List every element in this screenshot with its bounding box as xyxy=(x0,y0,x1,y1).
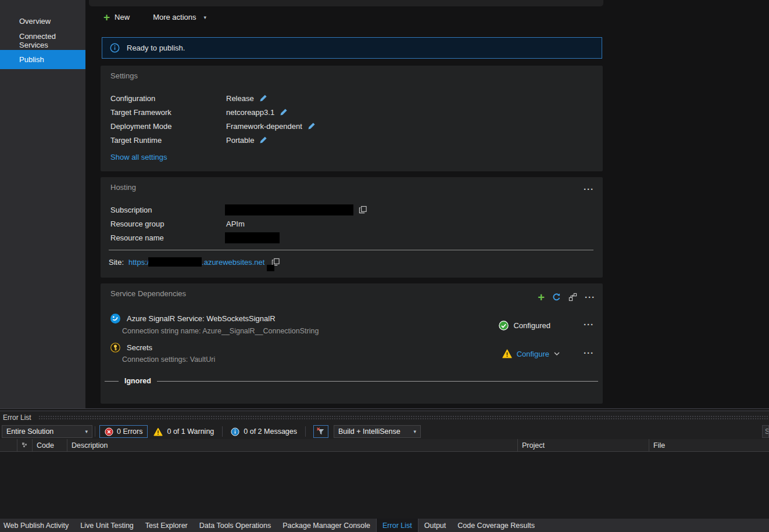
dependency-signalr-subtitle: Connection string name: Azure__SignalR__… xyxy=(122,327,319,335)
secrets-status: Configure xyxy=(502,349,560,358)
error-list-header-row: Code Description Project File xyxy=(0,439,769,452)
error-list-titlebar[interactable]: Error List xyxy=(0,411,769,424)
messages-count-label: 0 of 2 Messages xyxy=(244,427,297,436)
warning-triangle-icon xyxy=(502,349,512,358)
add-dependency-icon[interactable]: + xyxy=(538,293,545,301)
tool-window-tab-bar: Web Publish Activity Live Unit Testing T… xyxy=(0,519,769,532)
tab-data-tools-operations[interactable]: Data Tools Operations xyxy=(194,519,277,532)
refresh-icon[interactable] xyxy=(552,293,561,301)
sidebar-item-overview[interactable]: Overview xyxy=(0,12,85,31)
errors-count-label: 0 Errors xyxy=(117,427,142,436)
search-input[interactable]: S xyxy=(762,425,769,438)
setting-row-target-runtime: Target Runtime Portable xyxy=(110,134,587,146)
setting-row-deployment-mode: Deployment Mode Framework-dependent xyxy=(110,120,587,132)
resource-group-label: Resource group xyxy=(110,220,226,228)
hosting-panel: Hosting ··· Subscription Resource group … xyxy=(101,177,603,278)
show-all-settings-link[interactable]: Show all settings xyxy=(110,153,167,161)
banner-message: Ready to publish. xyxy=(127,44,185,52)
resource-name-label: Resource name xyxy=(110,233,226,242)
scope-dropdown-value: Entire Solution xyxy=(6,427,53,436)
edit-pencil-icon[interactable] xyxy=(307,122,316,130)
selection-column-header[interactable] xyxy=(0,439,17,451)
tab-test-explorer[interactable]: Test Explorer xyxy=(140,519,194,532)
tab-code-coverage-results[interactable]: Code Coverage Results xyxy=(452,519,541,532)
target-framework-value: netcoreapp3.1 xyxy=(226,108,274,117)
filter-funnel-icon xyxy=(316,427,326,436)
service-dependencies-panel: Service Dependencies + ··· Azu xyxy=(101,283,603,404)
code-column-header[interactable]: Code xyxy=(33,439,67,451)
caret-down-icon: ▾ xyxy=(204,15,207,20)
error-list-body xyxy=(0,452,769,519)
dependency-secrets-subtitle: Connection settings: VaultUri xyxy=(122,355,215,364)
copy-icon[interactable] xyxy=(359,206,367,214)
secrets-more-options-icon[interactable]: ··· xyxy=(584,350,594,356)
settings-title: Settings xyxy=(110,71,138,80)
tab-live-unit-testing[interactable]: Live Unit Testing xyxy=(74,519,140,532)
publish-toolbar: + New More actions ▾ xyxy=(103,13,206,21)
severity-icon xyxy=(22,443,27,448)
dependencies-more-options-icon[interactable]: ··· xyxy=(585,294,595,300)
warnings-filter-button[interactable]: 0 of 1 Warning xyxy=(148,427,220,436)
subscription-label: Subscription xyxy=(110,206,226,214)
new-profile-button[interactable]: + New xyxy=(103,13,130,21)
chevron-down-icon[interactable] xyxy=(554,352,560,356)
hosting-title: Hosting xyxy=(110,183,136,192)
dependency-secrets-row[interactable]: Secrets xyxy=(110,343,152,353)
site-url-link[interactable]: https://.azurewebsites.net xyxy=(128,257,264,267)
redaction-square xyxy=(267,265,274,271)
edit-pencil-icon[interactable] xyxy=(259,136,267,144)
sidebar-item-connected-services[interactable]: Connected Services xyxy=(0,31,85,50)
settings-panel: Settings Configuration Release Target Fr… xyxy=(101,66,603,171)
site-url-redacted xyxy=(148,257,202,267)
signalr-status: Configured xyxy=(499,321,550,330)
site-label: Site: xyxy=(109,258,124,267)
sidebar-item-publish[interactable]: Publish xyxy=(0,50,85,69)
tab-output[interactable]: Output xyxy=(419,519,452,532)
setting-row-configuration: Configuration Release xyxy=(110,92,587,105)
ignored-section-divider: Ignored xyxy=(105,377,598,385)
plus-icon: + xyxy=(103,13,110,21)
target-framework-label: Target Framework xyxy=(110,108,226,117)
messages-filter-button[interactable]: 0 of 2 Messages xyxy=(225,427,303,436)
service-dependencies-title: Service Dependencies xyxy=(110,289,186,298)
tab-package-manager-console[interactable]: Package Manager Console xyxy=(277,519,376,532)
caret-down-icon: ▾ xyxy=(85,429,88,434)
info-icon xyxy=(110,43,120,53)
severity-column-header[interactable] xyxy=(17,439,33,451)
configured-status-label: Configured xyxy=(513,321,550,330)
warning-triangle-icon xyxy=(153,427,163,436)
azure-signalr-icon xyxy=(110,314,120,323)
signalr-more-options-icon[interactable]: ··· xyxy=(584,322,594,328)
site-row: Site: https://.azurewebsites.net xyxy=(109,257,280,267)
filter-button[interactable] xyxy=(313,425,328,438)
hosting-row-subscription: Subscription xyxy=(110,203,587,216)
warnings-count-label: 0 of 1 Warning xyxy=(167,427,214,436)
more-actions-label: More actions xyxy=(153,13,196,21)
build-intellisense-dropdown[interactable]: Build + IntelliSense ▾ xyxy=(334,425,421,438)
tab-web-publish-activity[interactable]: Web Publish Activity xyxy=(0,519,74,532)
hosting-row-resource-group: Resource group APIm xyxy=(110,217,587,230)
configure-link[interactable]: Configure xyxy=(517,350,549,358)
errors-filter-button[interactable]: 0 Errors xyxy=(99,425,148,438)
drag-grip[interactable] xyxy=(38,415,768,420)
caret-down-icon: ▾ xyxy=(413,429,416,434)
setting-row-target-framework: Target Framework netcoreapp3.1 xyxy=(110,106,587,118)
project-column-header[interactable]: Project xyxy=(518,439,649,451)
error-circle-icon xyxy=(105,427,113,436)
dependency-signalr-row[interactable]: Azure SignalR Service: WebSocketsSignalR xyxy=(110,314,276,323)
site-url-suffix: .azurewebsites.net xyxy=(202,258,264,267)
subscription-redacted-value xyxy=(225,204,353,215)
previous-panel-edge xyxy=(89,0,603,6)
scope-dropdown[interactable]: Entire Solution ▾ xyxy=(2,425,92,438)
configuration-label: Configuration xyxy=(110,94,226,103)
hosting-more-options-icon[interactable]: ··· xyxy=(584,186,594,192)
more-actions-button[interactable]: More actions ▾ xyxy=(153,13,206,21)
description-column-header[interactable]: Description xyxy=(67,439,518,451)
connected-services-icon[interactable] xyxy=(568,293,577,301)
file-column-header[interactable]: File xyxy=(649,439,769,451)
tab-error-list[interactable]: Error List xyxy=(376,519,419,532)
edit-pencil-icon[interactable] xyxy=(280,108,288,116)
deployment-mode-value: Framework-dependent xyxy=(226,122,302,131)
edit-pencil-icon[interactable] xyxy=(259,94,267,102)
publish-sidebar: Overview Connected Services Publish xyxy=(0,0,85,408)
